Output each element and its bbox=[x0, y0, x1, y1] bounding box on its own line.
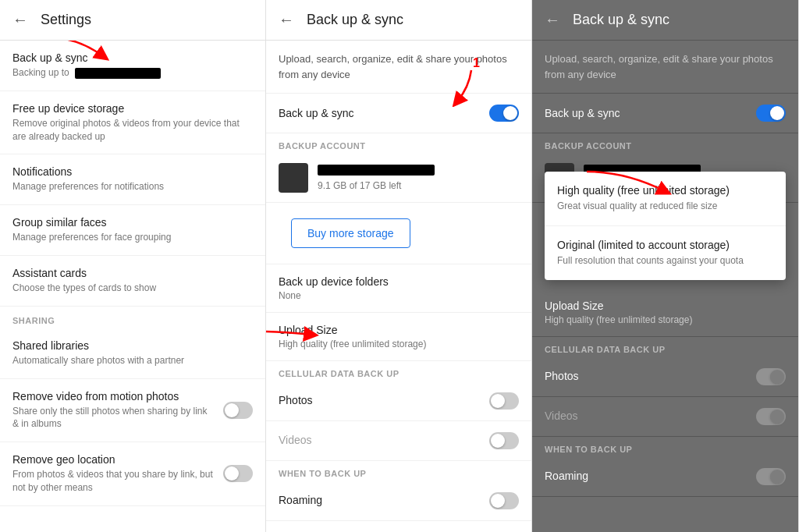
settings-item-free-storage[interactable]: Free up device storage Remove original p… bbox=[0, 91, 265, 155]
remove-geo-subtitle: From photos & videos that you share by l… bbox=[12, 468, 214, 495]
settings-title: Settings bbox=[41, 12, 91, 28]
settings-item-notifications[interactable]: Notifications Manage preferences for not… bbox=[0, 154, 265, 205]
right-title: Back up & sync bbox=[573, 12, 669, 28]
buy-storage-container: Buy more storage bbox=[266, 203, 531, 264]
right-roaming-toggle[interactable] bbox=[756, 468, 786, 485]
right-videos-title: Videos bbox=[545, 410, 756, 422]
cellular-label: CELLULAR DATA BACK UP bbox=[266, 361, 531, 381]
assistant-title: Assistant cards bbox=[12, 267, 253, 279]
remove-video-left: Remove video from motion photos Share on… bbox=[12, 390, 214, 431]
right-back-icon[interactable]: ← bbox=[545, 11, 560, 29]
backup-header: ← Back up & sync bbox=[266, 0, 531, 41]
dropdown-option-original[interactable]: Original (limited to account storage) Fu… bbox=[545, 226, 786, 280]
remove-geo-row: Remove geo location From photos & videos… bbox=[0, 442, 265, 506]
backup-back-icon[interactable]: ← bbox=[279, 11, 294, 29]
settings-panel: ← Settings Back up & sync Backing up to … bbox=[0, 0, 266, 532]
account-avatar bbox=[279, 163, 308, 193]
roaming-title: Roaming bbox=[279, 494, 480, 506]
roaming-left: Roaming bbox=[279, 494, 480, 509]
settings-content: Back up & sync Backing up to Free up dev… bbox=[0, 41, 265, 532]
right-upload-value: High quality (free unlimited storage) bbox=[545, 314, 786, 325]
right-upload-size-row[interactable]: Upload Size High quality (free unlimited… bbox=[532, 289, 798, 337]
right-description: Upload, search, organize, edit & share y… bbox=[532, 41, 798, 94]
back-icon[interactable]: ← bbox=[12, 11, 28, 29]
remove-video-title: Remove video from motion photos bbox=[12, 390, 214, 403]
remove-geo-left: Remove geo location From photos & videos… bbox=[12, 453, 214, 495]
buy-storage-button[interactable]: Buy more storage bbox=[291, 218, 410, 248]
free-storage-subtitle: Remove original photos & videos from you… bbox=[12, 117, 253, 144]
group-faces-subtitle: Manage preferences for face grouping bbox=[12, 231, 253, 244]
backup-sync-subtitle: Backing up to bbox=[12, 66, 253, 80]
notifications-subtitle: Manage preferences for notifications bbox=[12, 180, 253, 193]
right-header: ← Back up & sync bbox=[532, 0, 798, 41]
original-title: Original (limited to account storage) bbox=[557, 239, 773, 251]
shared-libraries-subtitle: Automatically share photos with a partne… bbox=[12, 354, 253, 367]
sync-toggle-switch[interactable] bbox=[489, 105, 519, 122]
remove-geo-title: Remove geo location bbox=[12, 453, 214, 466]
backup-folders-title: Back up device folders bbox=[279, 275, 519, 288]
right-videos-left: Videos bbox=[545, 410, 756, 424]
photos-cellular-toggle[interactable] bbox=[489, 392, 519, 410]
red-arrow-1: 1 bbox=[410, 56, 488, 107]
right-below-dropdown: Upload Size High quality (free unlimited… bbox=[532, 289, 798, 497]
right-roaming-title: Roaming bbox=[545, 470, 756, 482]
backup-device-folders-row[interactable]: Back up device folders None bbox=[266, 264, 531, 313]
remove-geo-toggle[interactable] bbox=[223, 465, 253, 482]
backup-title: Back up & sync bbox=[307, 12, 403, 28]
right-account-label: BACKUP ACCOUNT bbox=[532, 133, 798, 154]
right-panel: ← Back up & sync Upload, search, organiz… bbox=[532, 0, 799, 532]
roaming-row: Roaming bbox=[266, 481, 531, 521]
videos-cellular-left: Videos bbox=[279, 434, 480, 449]
red-arrow-2: 2 bbox=[266, 321, 321, 352]
right-photos-title: Photos bbox=[545, 370, 756, 382]
photos-cellular-row: Photos bbox=[266, 381, 531, 421]
account-info: 9.1 GB of 17 GB left bbox=[318, 165, 435, 191]
svg-text:1: 1 bbox=[473, 56, 480, 69]
videos-cellular-row: Videos bbox=[266, 421, 531, 461]
settings-item-backup[interactable]: Back up & sync Backing up to bbox=[0, 41, 265, 91]
sync-toggle-label: Back up & sync bbox=[279, 107, 354, 119]
backup-folders-value: None bbox=[279, 290, 519, 301]
right-photos-left: Photos bbox=[545, 370, 756, 385]
remove-video-subtitle: Share only the still photos when sharing… bbox=[12, 405, 214, 431]
right-cellular-label: CELLULAR DATA BACK UP bbox=[532, 337, 798, 357]
sync-toggle-row: 1 Back up & sync bbox=[266, 94, 531, 133]
backup-sync-title: Back up & sync bbox=[12, 51, 253, 64]
sharing-section-label: SHARING bbox=[0, 307, 265, 328]
videos-cellular-title: Videos bbox=[279, 434, 480, 446]
assistant-subtitle: Choose the types of cards to show bbox=[12, 282, 253, 295]
right-content: Upload, search, organize, edit & share y… bbox=[532, 41, 798, 532]
redacted-account bbox=[75, 68, 161, 79]
shared-libraries-title: Shared libraries bbox=[12, 339, 253, 352]
videos-cellular-toggle[interactable] bbox=[489, 432, 519, 449]
original-subtitle: Full resolution that counts against your… bbox=[557, 254, 773, 268]
right-videos-toggle[interactable] bbox=[756, 408, 786, 425]
account-storage: 9.1 GB of 17 GB left bbox=[318, 180, 435, 191]
backup-sync-panel: ← Back up & sync Upload, search, organiz… bbox=[266, 0, 532, 532]
settings-item-group-faces[interactable]: Group similar faces Manage preferences f… bbox=[0, 205, 265, 256]
photos-cellular-left: Photos bbox=[279, 394, 480, 409]
backup-content: Upload, search, organize, edit & share y… bbox=[266, 41, 531, 532]
right-photos-toggle[interactable] bbox=[756, 368, 786, 385]
right-upload-title: Upload Size bbox=[545, 300, 786, 312]
account-name-redacted bbox=[318, 165, 435, 176]
remove-video-row: Remove video from motion photos Share on… bbox=[0, 379, 265, 443]
roaming-toggle[interactable] bbox=[489, 492, 519, 509]
account-row[interactable]: 9.1 GB of 17 GB left bbox=[266, 154, 531, 203]
remove-video-toggle[interactable] bbox=[223, 402, 253, 419]
group-faces-title: Group similar faces bbox=[12, 216, 253, 229]
right-sync-toggle[interactable] bbox=[756, 105, 786, 122]
settings-header: ← Settings bbox=[0, 0, 265, 41]
right-sync-toggle-row: Back up & sync bbox=[532, 94, 798, 133]
backup-account-label: BACKUP ACCOUNT bbox=[266, 133, 531, 154]
when-label: WHEN TO BACK UP bbox=[266, 461, 531, 481]
backup-description: Upload, search, organize, edit & share y… bbox=[266, 41, 531, 94]
right-roaming-left: Roaming bbox=[545, 470, 756, 484]
right-roaming-row: Roaming bbox=[532, 457, 798, 497]
upload-size-row[interactable]: 2 Upload Size High quality (free unlimit… bbox=[266, 313, 531, 361]
settings-item-assistant[interactable]: Assistant cards Choose the types of card… bbox=[0, 256, 265, 307]
right-videos-cellular-row: Videos bbox=[532, 397, 798, 437]
notifications-title: Notifications bbox=[12, 165, 253, 178]
red-arrow-dropdown bbox=[579, 164, 673, 203]
settings-item-shared-libraries[interactable]: Shared libraries Automatically share pho… bbox=[0, 328, 265, 379]
